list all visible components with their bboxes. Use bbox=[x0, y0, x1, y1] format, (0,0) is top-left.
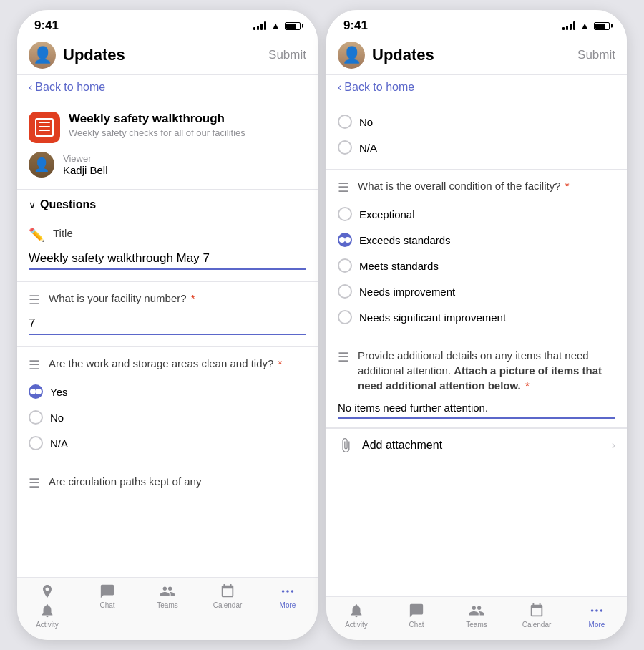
pencil-icon: ✏️ bbox=[29, 227, 44, 243]
q-condition-row: ☰ What is the overall condition of the f… bbox=[338, 178, 615, 195]
radio-no-q3[interactable]: No bbox=[29, 404, 306, 430]
details-answer[interactable]: No items need further attention. bbox=[338, 399, 615, 419]
radio-yes[interactable]: Yes bbox=[29, 379, 306, 404]
question-clean: ☰ Are the work and storage areas clean a… bbox=[17, 347, 318, 465]
lines-icon-condition: ☰ bbox=[338, 180, 349, 195]
required-star-condition: * bbox=[565, 180, 570, 192]
status-time-right: 9:41 bbox=[343, 19, 368, 33]
attachment-label: Add attachment bbox=[362, 439, 603, 452]
radio-na-q3[interactable]: N/A bbox=[29, 430, 306, 456]
right-phone: 9:41 ▲ 👤 Updates Submit bbox=[326, 10, 627, 640]
chat-icon-left bbox=[99, 583, 115, 599]
lines-icon-q4: ☰ bbox=[29, 475, 40, 491]
tab-teams-label-right: Teams bbox=[466, 621, 487, 629]
q1-answer[interactable]: Weekly safety walkthrough May 7 bbox=[29, 248, 306, 270]
question-condition: ☰ What is the overall condition of the f… bbox=[326, 170, 627, 339]
radio-exceeds[interactable]: Exceeds standards bbox=[338, 227, 615, 253]
bell-icon-left bbox=[39, 603, 55, 619]
lines-icon-q2: ☰ bbox=[29, 292, 40, 308]
q3-row: ☰ Are the work and storage areas clean a… bbox=[29, 356, 306, 373]
radio-needs-significant-circle[interactable] bbox=[338, 310, 352, 324]
radio-no-q3-label: No bbox=[50, 412, 64, 424]
radio-yes-circle[interactable] bbox=[29, 384, 43, 399]
back-chevron-left: ‹ bbox=[29, 81, 32, 94]
tab-more-left[interactable]: More bbox=[258, 583, 318, 629]
radio-na-cont-circle[interactable] bbox=[338, 140, 352, 155]
paperclip-icon bbox=[338, 437, 353, 453]
form-meta: Weekly safety walkthrough Weekly safety … bbox=[69, 112, 306, 138]
svg-point-5 bbox=[600, 609, 603, 612]
viewer-name: Kadji Bell bbox=[63, 164, 306, 176]
form-icon bbox=[29, 112, 60, 143]
q4-label: Are circulation paths kept of any bbox=[49, 474, 306, 489]
radio-na-cont[interactable]: N/A bbox=[338, 135, 615, 160]
svg-point-0 bbox=[282, 590, 285, 593]
q-details-bold: Attach a picture of items that need addi… bbox=[358, 364, 602, 392]
form-card: Weekly safety walkthrough Weekly safety … bbox=[17, 100, 318, 190]
q3-label: Are the work and storage areas clean and… bbox=[49, 356, 306, 371]
status-bar-left: 9:41 ▲ bbox=[17, 10, 318, 36]
tab-activity-right[interactable]: Activity bbox=[326, 603, 386, 629]
user-avatar-icon-right: 👤 bbox=[338, 42, 365, 69]
signal-icon-left bbox=[253, 21, 266, 30]
content-left: Weekly safety walkthrough Weekly safety … bbox=[17, 100, 318, 577]
activity-icon-left bbox=[39, 583, 56, 601]
question-facility: ☰ What is your facility number? * 7 bbox=[17, 282, 318, 347]
required-star-q3: * bbox=[278, 357, 283, 369]
submit-button-right[interactable]: Submit bbox=[577, 48, 615, 62]
tab-calendar-label-right: Calendar bbox=[522, 621, 552, 629]
tab-more-right[interactable]: More bbox=[567, 603, 627, 629]
submit-button-left[interactable]: Submit bbox=[268, 48, 306, 62]
radio-needs-improvement[interactable]: Needs improvement bbox=[338, 278, 615, 304]
radio-meets[interactable]: Meets standards bbox=[338, 253, 615, 278]
radio-exceeds-circle[interactable] bbox=[338, 233, 352, 247]
svg-point-1 bbox=[286, 590, 289, 593]
radio-no-cont-circle[interactable] bbox=[338, 115, 352, 129]
svg-point-2 bbox=[291, 590, 294, 593]
form-header: Weekly safety walkthrough Weekly safety … bbox=[29, 112, 306, 143]
status-icons-left: ▲ bbox=[253, 20, 301, 31]
tab-teams-right[interactable]: Teams bbox=[447, 603, 507, 629]
radio-meets-circle[interactable] bbox=[338, 258, 352, 273]
phones-container: 9:41 ▲ 👤 Updates Submit bbox=[17, 10, 627, 640]
radio-na-q3-label: N/A bbox=[50, 437, 68, 450]
back-label-left: Back to home bbox=[35, 81, 105, 94]
radio-no-q3-circle[interactable] bbox=[29, 410, 43, 425]
radio-no-cont[interactable]: No bbox=[338, 109, 615, 135]
bell-icon-right bbox=[348, 603, 364, 619]
tab-activity-left[interactable]: Activity bbox=[17, 583, 77, 629]
radio-yes-label: Yes bbox=[50, 386, 67, 398]
tab-bar-left: Activity Chat Teams Calendar bbox=[17, 577, 318, 640]
q2-answer[interactable]: 7 bbox=[29, 314, 306, 335]
signal-icon-right bbox=[562, 21, 575, 30]
form-icon-inner bbox=[35, 118, 54, 137]
tab-chat-label-left: Chat bbox=[99, 601, 114, 609]
radio-needs-significant[interactable]: Needs significant improvement bbox=[338, 304, 615, 330]
more-icon-right bbox=[589, 603, 605, 619]
tab-teams-left[interactable]: Teams bbox=[137, 583, 197, 629]
required-star-q2: * bbox=[191, 292, 195, 304]
back-nav-left[interactable]: ‹ Back to home bbox=[17, 75, 318, 100]
tab-chat-left[interactable]: Chat bbox=[77, 583, 137, 629]
tab-chat-right[interactable]: Chat bbox=[386, 603, 447, 629]
svg-point-4 bbox=[595, 609, 598, 612]
radio-na-cont-label: N/A bbox=[359, 142, 377, 154]
radio-exceptional[interactable]: Exceptional bbox=[338, 201, 615, 227]
radio-na-q3-circle[interactable] bbox=[29, 436, 43, 450]
svg-point-3 bbox=[591, 609, 594, 612]
radio-needs-improvement-circle[interactable] bbox=[338, 284, 352, 299]
header-right: 👤 Updates Submit bbox=[326, 36, 627, 75]
question-clean-cont: No N/A bbox=[326, 100, 627, 170]
radio-exceptional-circle[interactable] bbox=[338, 207, 352, 221]
attachment-row[interactable]: Add attachment › bbox=[326, 428, 627, 462]
q1-label: Title bbox=[53, 225, 306, 241]
tab-calendar-right[interactable]: Calendar bbox=[507, 603, 567, 629]
viewer-info: Viewer Kadji Bell bbox=[63, 153, 306, 176]
more-icon-left bbox=[280, 583, 296, 599]
back-nav-right[interactable]: ‹ Back to home bbox=[326, 75, 627, 100]
section-header[interactable]: ∨ Questions bbox=[17, 190, 318, 217]
tab-calendar-left[interactable]: Calendar bbox=[197, 583, 258, 629]
header-left: 👤 Updates Submit bbox=[17, 36, 318, 75]
header-title-right: Updates bbox=[372, 46, 577, 64]
radio-no-cont-label: No bbox=[359, 116, 373, 128]
